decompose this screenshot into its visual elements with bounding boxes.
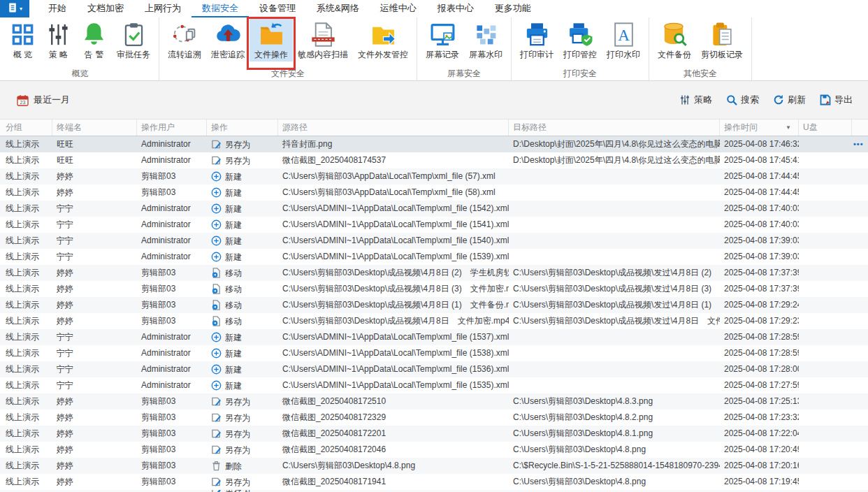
cell-usb: [799, 458, 852, 474]
table-row[interactable]: 线上演示婷婷剪辑部03另存为微信截图_20250408172201C:\User…: [0, 426, 868, 442]
table-row[interactable]: 线上演示婷婷剪辑部03另存为微信截图_20250408171941C:\User…: [0, 474, 868, 490]
table-row[interactable]: 线上演示婷婷剪辑部03移动C:\Users\剪辑部03\Desktop\成品视频…: [0, 265, 868, 281]
date-range-filter[interactable]: 23 最近一月: [17, 94, 70, 106]
table-row[interactable]: 线上演示旺旺Administrator另存为抖音封面.pngD:\Desktop…: [0, 136, 868, 152]
column-header-7[interactable]: U盘: [799, 120, 852, 136]
operation-cell: 移动: [207, 297, 278, 313]
cell-time: 2025-04-08 17:22:04: [720, 426, 799, 442]
column-header-6[interactable]: 操作时间▼: [720, 120, 799, 136]
table-row[interactable]: 线上演示婷婷剪辑部03新建C:\Users\剪辑部03\AppData\Loca…: [0, 168, 868, 184]
ribbon-button-flow-trace[interactable]: 流转追溯: [163, 19, 206, 62]
ribbon-button-clipboard-record[interactable]: 剪切板记录: [696, 19, 748, 62]
cell-usb: [799, 377, 852, 393]
cell-source: C:\Users\剪辑部03\Desktop\成品视频\4月8日 (1) 文件备…: [278, 297, 509, 313]
ribbon-group-1: 流转追溯泄密追踪文件操作敏感内容扫描文件外发管控文件安全: [159, 17, 417, 80]
cell-extra: [852, 297, 868, 313]
cell-extra: [852, 184, 868, 201]
table-row[interactable]: 线上演示宁宁Administrator新建C:\Users\ADMINI~1\A…: [0, 361, 868, 377]
ribbon-button-file-backup[interactable]: 文件备份: [653, 19, 696, 62]
row-menu-icon[interactable]: •••: [852, 136, 868, 152]
table-row[interactable]: 线上演示宁宁Administrator新建C:\Users\ADMINI~1\A…: [0, 345, 868, 361]
cell-usb: [799, 361, 852, 377]
table-row[interactable]: 线上演示宁宁Administrator新建C:\Users\ADMINI~1\A…: [0, 329, 868, 345]
ribbon-button-file-ops-folder[interactable]: 文件操作: [249, 19, 293, 62]
cell-extra: [852, 361, 868, 377]
table-row[interactable]: 线上演示宁宁Administrator新建C:\Users\ADMINI~1\A…: [0, 201, 868, 217]
cell-group: 线上演示: [0, 458, 52, 474]
cell-source: 抖音封面.png: [278, 136, 509, 152]
cell-extra: [852, 329, 868, 345]
operation-cell: 新建: [207, 377, 278, 393]
column-header-2[interactable]: 操作用户: [137, 120, 207, 136]
cell-time: 2025-04-08 17:44:45: [720, 168, 799, 184]
ribbon-button-policy-sliders[interactable]: 策 略: [41, 19, 76, 62]
table-row[interactable]: 线上演示宁宁Administrator新建C:\Users\ADMINI~1\A…: [0, 377, 868, 393]
column-header-4[interactable]: 源路径: [278, 120, 509, 136]
table-row[interactable]: 线上演示婷婷剪辑部03新建C:\Users\剪辑部03\AppData\Loca…: [0, 184, 868, 201]
cell-group: 线上演示: [0, 474, 52, 490]
ribbon-button-print-control[interactable]: 打印管控: [558, 19, 602, 62]
menu-item-4[interactable]: 设备管理: [249, 0, 306, 17]
cell-target: C:\Users\剪辑部03\Desktop\成品视频\发过\4月8日 (2) …: [509, 265, 720, 281]
table-row[interactable]: 线上演示婷婷剪辑部03另存为微信截图_20250408172329C:\User…: [0, 410, 868, 426]
cell-source: C:\Users\ADMINI~1\AppData\Local\Temp\xml…: [278, 233, 509, 249]
ribbon-button-approval-clipboard[interactable]: 审批任务: [112, 19, 155, 62]
operation-label: 另存为: [225, 475, 250, 490]
menu-item-6[interactable]: 运维中心: [370, 0, 427, 17]
menu-item-7[interactable]: 报表中心: [427, 0, 484, 17]
ribbon-button-file-send-folder[interactable]: 文件外发管控: [353, 19, 413, 62]
cell-target: C:\Users\剪辑部03\Desktop\4.8.png: [509, 442, 720, 458]
menu-item-8[interactable]: 更多功能: [484, 0, 542, 17]
column-header-0[interactable]: 分组: [0, 120, 52, 136]
ribbon-button-print-audit[interactable]: 打印审计: [515, 19, 558, 62]
toolbar-refresh-button[interactable]: 刷新: [773, 94, 806, 106]
operation-cell: 另存为: [207, 410, 278, 426]
ribbon-button-leak-cloud[interactable]: 泄密追踪: [206, 19, 249, 62]
sort-indicator-icon[interactable]: ▼: [786, 124, 791, 131]
ribbon-button-overview-grid[interactable]: 概 览: [5, 19, 41, 62]
cell-source: 微信截图_20250408171941: [278, 474, 509, 490]
refresh-icon: [773, 94, 784, 106]
ribbon-button-alert-bell[interactable]: 告 警: [76, 19, 112, 62]
table-row[interactable]: 线上演示宁宁Administrator新建C:\Users\ADMINI~1\A…: [0, 249, 868, 265]
ribbon-group-label: 屏幕安全: [421, 68, 507, 80]
menu-item-1[interactable]: 文档加密: [77, 0, 134, 17]
toolbar-search-button[interactable]: 搜索: [726, 94, 759, 106]
screen-record-icon: [430, 22, 456, 48]
app-menu-button[interactable]: ▾: [0, 0, 29, 17]
toolbar-export-button[interactable]: 导出: [820, 94, 853, 106]
ribbon-button-sensitive-scan[interactable]: 敏感内容扫描: [293, 19, 353, 62]
column-label: 操作用户: [141, 122, 175, 133]
column-header-5[interactable]: 目标路径: [509, 120, 720, 136]
table-row[interactable]: 线上演示宁宁Administrator新建C:\Users\ADMINI~1\A…: [0, 233, 868, 249]
menu-item-2[interactable]: 上网行为: [134, 0, 191, 17]
operation-cell: 另存为: [207, 152, 278, 168]
ribbon-button-print-watermark[interactable]: A打印水印: [602, 19, 645, 62]
column-header-8[interactable]: [852, 120, 868, 136]
toolbar-policy-button[interactable]: 策略: [679, 94, 712, 106]
column-header-1[interactable]: 终端名: [52, 120, 137, 136]
table-row[interactable]: 线上演示婷婷剪辑部03移动C:\Users\剪辑部03\Desktop\成品视频…: [0, 297, 868, 313]
svg-text:23: 23: [20, 100, 26, 105]
table-row[interactable]: 线上演示婷婷剪辑部03另存为微信截图_20250408172510C:\User…: [0, 393, 868, 410]
cell-extra: [852, 442, 868, 458]
operation-cell: 新建: [207, 201, 278, 217]
table-row[interactable]: 线上演示旺旺Administrator另存为微信截图_2025040817453…: [0, 152, 868, 168]
cell-usb: [799, 410, 852, 426]
operation-cell: 移动: [207, 313, 278, 329]
menu-item-5[interactable]: 系统&网络: [306, 0, 370, 17]
table-row[interactable]: 线上演示宁宁Administrator新建C:\Users\ADMINI~1\A…: [0, 217, 868, 233]
table-row[interactable]: 线上演示婷婷剪辑部03删除C:\Users\剪辑部03\Desktop\4.8.…: [0, 458, 868, 474]
ribbon-button-screen-watermark[interactable]: 屏幕水印: [464, 19, 507, 62]
menu-item-3[interactable]: 数据安全: [191, 0, 249, 17]
column-header-3[interactable]: 操作: [207, 120, 278, 136]
ribbon-button-screen-record[interactable]: 屏幕记录: [421, 19, 464, 62]
cell-usb: [799, 393, 852, 410]
cell-group: 线上演示: [0, 152, 52, 168]
table-row[interactable]: 线上演示婷婷剪辑部03另存为微信截图_20250408172046C:\User…: [0, 442, 868, 458]
cell-time: 2025-04-08 17:28:59: [720, 329, 799, 345]
menu-item-0[interactable]: 开始: [38, 0, 77, 17]
table-row[interactable]: 线上演示婷婷剪辑部03移动C:\Users\剪辑部03\Desktop\成品视频…: [0, 281, 868, 297]
table-row[interactable]: 线上演示婷婷剪辑部03移动C:\Users\剪辑部03\Desktop\成品视频…: [0, 313, 868, 329]
toolbar-label: 策略: [694, 94, 712, 106]
